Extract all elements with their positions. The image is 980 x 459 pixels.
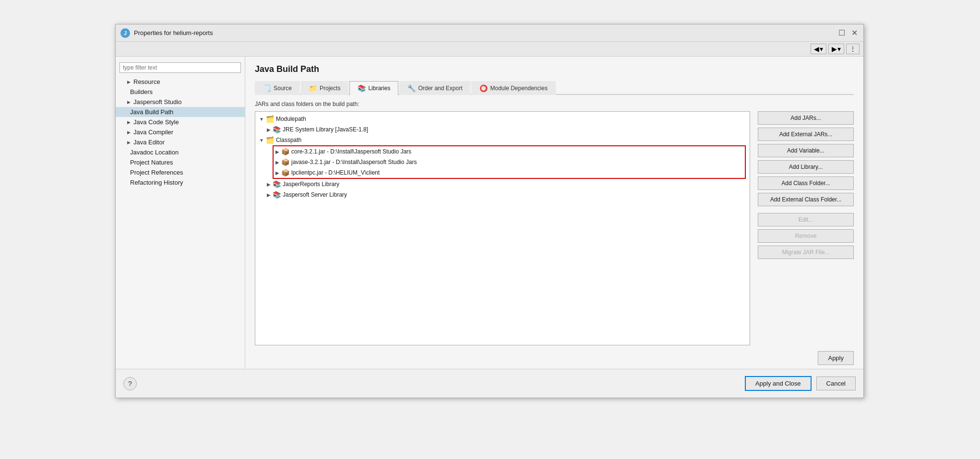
tab-source[interactable]: 🗒️ Source <box>255 81 300 95</box>
main-window: J Properties for helium-reports ☐ ✕ ◀ ▾ … <box>115 24 864 398</box>
tab-libraries[interactable]: 📚 Libraries <box>349 81 398 95</box>
tab-projects[interactable]: 📁 Projects <box>301 81 348 95</box>
sidebar-item-label: Java Editor <box>133 139 165 146</box>
add-jars-button[interactable]: Add JARs... <box>758 111 854 125</box>
tree-node-modulepath[interactable]: ▼ 🗂️ Modulepath <box>255 114 750 124</box>
modulepath-expand-icon: ▼ <box>259 117 264 122</box>
sidebar-item-label: Project Natures <box>130 159 173 166</box>
tree-node-classpath[interactable]: ▼ 🗂️ Classpath <box>255 135 750 145</box>
title-bar-left: J Properties for helium-reports <box>120 28 213 38</box>
tab-module-dependencies[interactable]: ⭕ Module Dependencies <box>471 81 555 95</box>
title-controls: ☐ ✕ <box>837 29 859 37</box>
app-icon: J <box>120 28 130 38</box>
apply-and-close-button[interactable]: Apply and Close <box>745 376 812 391</box>
tab-order-export[interactable]: 🔧 Order and Export <box>399 81 470 95</box>
lpclientpc-icon: 📦 <box>281 169 289 177</box>
add-variable-button[interactable]: Add Variable... <box>758 144 854 157</box>
sidebar-item-project-natures[interactable]: Project Natures <box>116 157 245 167</box>
resource-arrow-icon: ▶ <box>127 80 131 84</box>
lpclientpc-expand-icon: ▶ <box>275 170 279 176</box>
sidebar: ▶ Resource Builders ▶ Jaspersoft Studio … <box>116 57 245 369</box>
bottom-bar: ? Apply and Close Cancel <box>116 369 863 398</box>
core-jar-expand-icon: ▶ <box>275 149 279 154</box>
sidebar-item-label: Refactoring History <box>130 179 183 186</box>
sidebar-item-javadoc-location[interactable]: Javadoc Location <box>116 147 245 157</box>
sidebar-item-java-compiler[interactable]: ▶ Java Compiler <box>116 127 245 137</box>
sidebar-item-label: Jaspersoft Studio <box>133 98 181 106</box>
add-external-jars-button[interactable]: Add External JARs... <box>758 128 854 141</box>
jre-lib-icon: 📚 <box>273 126 281 133</box>
sidebar-item-refactoring-history[interactable]: Refactoring History <box>116 177 245 188</box>
javase-jar-icon: 📦 <box>281 158 289 166</box>
classpath-expand-icon: ▼ <box>259 138 264 143</box>
add-external-class-folder-button[interactable]: Add External Class Folder... <box>758 193 854 206</box>
tree-node-label: core-3.2.1.jar - D:\Install\Jaspersoft S… <box>291 148 411 155</box>
projects-tab-icon: 📁 <box>309 84 317 92</box>
sidebar-item-java-build-path[interactable]: Java Build Path <box>116 107 245 117</box>
tree-node-label: Modulepath <box>276 116 306 122</box>
tree-node-jaspersoft-server-lib[interactable]: ▶ 📚 Jaspersoft Server Library <box>255 189 750 200</box>
minimize-button[interactable]: ☐ <box>837 29 846 37</box>
modulepath-folder-icon: 🗂️ <box>266 115 274 123</box>
tab-label: Order and Export <box>418 85 462 92</box>
tree-node-jasperreports-lib[interactable]: ▶ 📚 JasperReports Library <box>255 179 750 189</box>
tree-node-label: javase-3.2.1.jar - D:\Install\Jaspersoft… <box>291 159 417 165</box>
filter-input[interactable] <box>120 62 241 73</box>
tree-node-javase-jar[interactable]: ▶ 📦 javase-3.2.1.jar - D:\Install\Jasper… <box>274 157 745 167</box>
migrate-jar-button[interactable]: Migrate JAR File... <box>758 246 854 259</box>
sidebar-item-builders[interactable]: Builders <box>116 87 245 97</box>
sidebar-item-label: Resource <box>133 78 160 85</box>
sidebar-item-label: Java Code Style <box>133 118 179 126</box>
help-button[interactable]: ? <box>123 377 137 390</box>
help-icon: ? <box>128 380 132 388</box>
forward-button[interactable]: ▶ ▾ <box>828 44 844 54</box>
tab-label: Module Dependencies <box>490 85 547 92</box>
order-export-tab-icon: 🔧 <box>407 84 416 92</box>
jre-expand-icon: ▶ <box>267 127 271 132</box>
tab-label: Projects <box>320 85 340 92</box>
secondary-buttons-group: Edit... Remove Migrate JAR File... <box>758 213 854 259</box>
panel-content: ▼ 🗂️ Modulepath ▶ 📚 JRE System Library [… <box>255 111 854 345</box>
close-button[interactable]: ✕ <box>850 29 859 37</box>
sidebar-item-jaspersoft-studio[interactable]: ▶ Jaspersoft Studio <box>116 97 245 107</box>
edit-button[interactable]: Edit... <box>758 213 854 226</box>
tree-node-jre-system[interactable]: ▶ 📚 JRE System Library [JavaSE-1.8] <box>255 124 750 135</box>
page-title: Java Build Path <box>255 64 854 74</box>
build-path-tree[interactable]: ▼ 🗂️ Modulepath ▶ 📚 JRE System Library [… <box>255 111 750 345</box>
add-class-folder-button[interactable]: Add Class Folder... <box>758 177 854 190</box>
tab-bar: 🗒️ Source 📁 Projects 📚 Libraries 🔧 Order… <box>255 80 854 95</box>
jaspersoft-arrow-icon: ▶ <box>127 100 131 105</box>
tree-node-label: Jaspersoft Server Library <box>283 191 347 198</box>
classpath-folder-icon: 🗂️ <box>266 136 274 144</box>
apply-button[interactable]: Apply <box>818 351 854 365</box>
window-title: Properties for helium-reports <box>134 29 213 36</box>
build-path-description: JARs and class folders on the build path… <box>255 101 854 107</box>
sidebar-item-label: Project References <box>130 169 183 176</box>
add-library-button[interactable]: Add Library... <box>758 160 854 174</box>
back-dropdown-icon: ▾ <box>820 45 823 53</box>
content-area: ▶ Resource Builders ▶ Jaspersoft Studio … <box>116 57 863 369</box>
sidebar-item-java-editor[interactable]: ▶ Java Editor <box>116 137 245 147</box>
main-panel: Java Build Path 🗒️ Source 📁 Projects 📚 L… <box>245 57 863 369</box>
sidebar-item-java-code-style[interactable]: ▶ Java Code Style <box>116 117 245 127</box>
back-arrow-icon: ◀ <box>814 45 819 53</box>
more-options-button[interactable]: ⋮ <box>846 44 860 54</box>
sidebar-item-resource[interactable]: ▶ Resource <box>116 77 245 87</box>
remove-button[interactable]: Remove <box>758 229 854 243</box>
tree-node-label: lpclientpc.jar - D:\HELIUM_V\client <box>291 169 380 176</box>
tree-node-core-jar[interactable]: ▶ 📦 core-3.2.1.jar - D:\Install\Jasperso… <box>274 146 745 157</box>
back-button[interactable]: ◀ ▾ <box>811 44 826 54</box>
bottom-left: ? <box>123 377 137 390</box>
javase-jar-expand-icon: ▶ <box>275 160 279 165</box>
tab-label: Source <box>274 85 292 92</box>
java-code-style-arrow-icon: ▶ <box>127 120 131 125</box>
tree-node-lpclientpc-jar[interactable]: ▶ 📦 lpclientpc.jar - D:\HELIUM_V\client <box>274 167 745 178</box>
apply-row: Apply <box>255 345 854 369</box>
bottom-right: Apply and Close Cancel <box>745 376 856 391</box>
title-bar: J Properties for helium-reports ☐ ✕ <box>116 24 863 42</box>
action-buttons-panel: Add JARs... Add External JARs... Add Var… <box>758 111 854 345</box>
sidebar-item-project-references[interactable]: Project References <box>116 167 245 177</box>
module-dependencies-tab-icon: ⭕ <box>479 84 488 92</box>
cancel-button[interactable]: Cancel <box>816 377 856 390</box>
tab-label: Libraries <box>368 85 390 92</box>
